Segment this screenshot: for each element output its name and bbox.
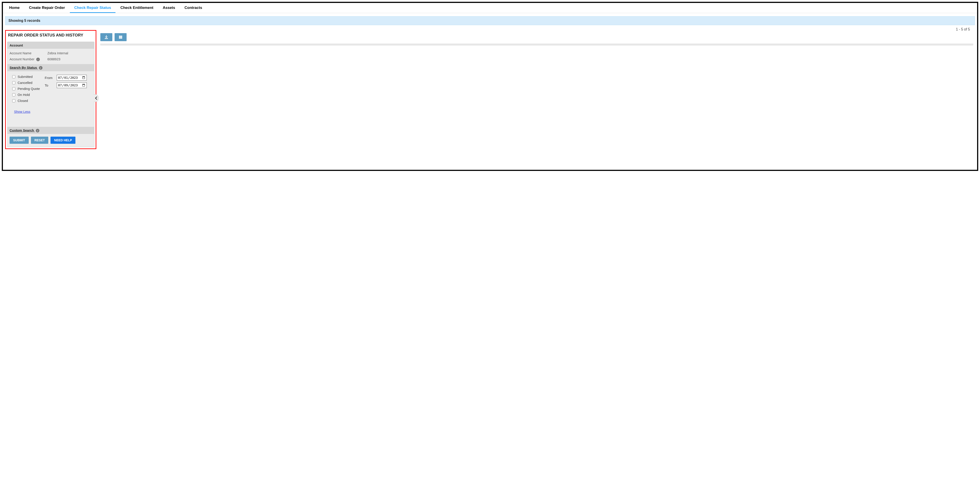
need-help-button[interactable]: NEED HELP xyxy=(51,137,75,144)
info-icon[interactable]: i xyxy=(36,57,40,61)
nav-contracts[interactable]: Contracts xyxy=(180,3,207,13)
status-option-pending-quote[interactable]: Pending Quote xyxy=(12,87,40,91)
top-nav: Home Create Repair Order Check Repair St… xyxy=(3,3,977,13)
submit-button[interactable]: SUBMIT xyxy=(10,137,29,144)
info-icon[interactable]: i xyxy=(39,66,43,70)
status-option-cancelled[interactable]: Cancelled xyxy=(12,81,40,84)
nav-check-entitlement[interactable]: Check Entitlement xyxy=(116,3,158,13)
checkbox-on-hold[interactable] xyxy=(12,93,15,96)
columns-icon xyxy=(118,35,123,39)
show-less-link[interactable]: Show Less xyxy=(7,104,94,127)
from-date-input[interactable] xyxy=(57,75,87,81)
account-name-label: Account Name xyxy=(10,51,48,55)
columns-button[interactable] xyxy=(115,33,127,41)
custom-search-header[interactable]: Custom Search i xyxy=(7,127,94,134)
filter-panel: Account Account Name Zebra Internal Acco… xyxy=(7,41,94,147)
svg-rect-0 xyxy=(119,36,120,39)
nav-create-repair-order[interactable]: Create Repair Order xyxy=(24,3,69,13)
account-header: Account xyxy=(7,42,94,49)
account-number-label: Account Number i xyxy=(10,57,48,61)
to-date-label: To xyxy=(45,83,54,87)
collapse-handle[interactable] xyxy=(94,94,99,102)
account-name-value: Zebra Internal xyxy=(48,51,68,55)
checkbox-submitted[interactable] xyxy=(12,75,15,78)
status-option-on-hold[interactable]: On Hold xyxy=(12,93,40,97)
sidebar-title: REPAIR ORDER STATUS AND HISTORY xyxy=(7,32,94,41)
nav-check-repair-status[interactable]: Check Repair Status xyxy=(70,3,116,13)
table-header-rule xyxy=(100,43,973,45)
download-button[interactable] xyxy=(100,33,112,41)
download-icon xyxy=(104,35,108,39)
checkbox-closed[interactable] xyxy=(12,99,15,102)
status-option-submitted[interactable]: Submitted xyxy=(12,75,40,78)
records-status-bar: Showing 5 records xyxy=(5,16,975,25)
account-number-value: 6088923 xyxy=(48,57,60,61)
checkbox-pending-quote[interactable] xyxy=(12,87,15,90)
reset-button[interactable]: RESET xyxy=(31,137,48,144)
nav-home[interactable]: Home xyxy=(5,3,24,13)
nav-assets[interactable]: Assets xyxy=(158,3,180,13)
to-date-input[interactable] xyxy=(57,82,87,88)
chevron-left-icon xyxy=(95,97,97,100)
sidebar-highlight: REPAIR ORDER STATUS AND HISTORY Account … xyxy=(5,30,96,149)
svg-rect-2 xyxy=(121,36,122,39)
info-icon[interactable]: i xyxy=(36,129,40,132)
search-by-status-header[interactable]: Search By Status i xyxy=(7,64,94,71)
status-option-closed[interactable]: Closed xyxy=(12,99,40,103)
checkbox-cancelled[interactable] xyxy=(12,81,15,84)
svg-rect-1 xyxy=(120,36,121,39)
from-date-label: From xyxy=(45,76,54,80)
